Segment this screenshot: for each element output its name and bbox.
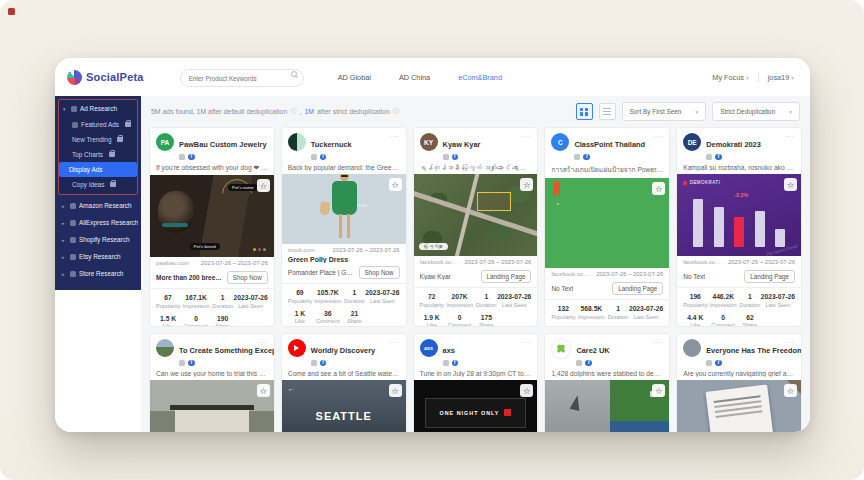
favorite-star-icon[interactable]: ☆ xyxy=(257,384,270,397)
search-input[interactable] xyxy=(180,69,304,87)
ad-card[interactable]: Worldly Discovery f ··· Come and see a b… xyxy=(281,333,407,432)
sidebar-item-new-trending[interactable]: New Trending xyxy=(59,132,137,147)
more-menu-icon[interactable]: ··· xyxy=(521,133,531,140)
ad-card[interactable]: PA PawBau Custom Jewelry f ··· If you're… xyxy=(149,127,275,327)
ad-card[interactable]: axs axs f ··· Tune in on July 28 at 9:30… xyxy=(413,333,539,432)
ad-card[interactable]: DE Demokrati 2023 f ··· Kampali su rozbr… xyxy=(676,127,802,327)
ad-card[interactable]: C ClassPoint Thailand f ··· การสร้างเกมเ… xyxy=(544,127,670,327)
ad-image[interactable]: ☆ สร้างสไลด์ตั้งเวลา PowerPoint! P ✓ xyxy=(545,178,669,268)
nav-ad-china[interactable]: AD China xyxy=(399,73,430,82)
more-menu-icon[interactable]: ··· xyxy=(653,133,663,140)
youtube-avatar-icon[interactable] xyxy=(288,339,306,357)
nav-ad-global[interactable]: AD Global xyxy=(338,73,371,82)
favorite-star-icon[interactable]: ☆ xyxy=(652,182,665,195)
advertiser-info: Tuckernuck f xyxy=(311,133,385,160)
advertiser-name[interactable]: Worldly Discovery xyxy=(311,346,375,355)
more-menu-icon[interactable]: ··· xyxy=(258,339,268,346)
advertiser-name[interactable]: Care2 UK xyxy=(576,346,609,355)
advertiser-avatar[interactable]: DE xyxy=(683,133,701,151)
sidebar-item-etsy-research[interactable]: ▸ Etsy Research xyxy=(58,248,138,265)
landing-page-button[interactable]: Landing Page xyxy=(744,270,795,283)
advertiser-avatar[interactable]: PA xyxy=(156,133,174,151)
more-menu-icon[interactable]: ··· xyxy=(785,133,795,140)
advertiser-domain[interactable]: facebook.com/... xyxy=(420,259,461,265)
advertiser-info: Worldly Discovery f xyxy=(311,339,385,366)
more-menu-icon[interactable]: ··· xyxy=(521,339,531,346)
favorite-star-icon[interactable]: ☆ xyxy=(389,178,402,191)
ad-card[interactable]: To Create Something Exceptio... f ··· Ca… xyxy=(149,333,275,432)
favorite-star-icon[interactable]: ☆ xyxy=(389,384,402,397)
advertiser-avatar[interactable] xyxy=(683,339,701,357)
sidebar-item-featured-ads[interactable]: Featured Ads xyxy=(59,117,137,132)
favorite-star-icon[interactable]: ☆ xyxy=(652,384,665,397)
ad-image[interactable]: ☆ ← SEATTLE WASHINGTON xyxy=(282,380,406,432)
more-menu-icon[interactable]: ··· xyxy=(653,339,663,346)
ad-card[interactable]: KY Kyaw Kyar f ··· ရန်ကုန်အနီး မြေကွက် အ… xyxy=(413,127,539,327)
more-menu-icon[interactable]: ··· xyxy=(785,339,795,346)
sidebar-item-copy-ideas[interactable]: Copy Ideas xyxy=(59,177,137,192)
sidebar-item-ad-research[interactable]: ▾ Ad Research xyxy=(59,100,137,117)
advertiser-domain[interactable]: facebook.com/... xyxy=(551,271,592,277)
advertiser-avatar[interactable] xyxy=(156,339,174,357)
shop-now-button[interactable]: Shop Now xyxy=(359,266,400,279)
sort-by-select[interactable]: Sort By First Seen▾ xyxy=(622,102,707,121)
ad-image[interactable]: ☆ xyxy=(150,380,274,432)
grid-view-toggle[interactable] xyxy=(576,103,593,120)
advertiser-avatar[interactable]: axs xyxy=(420,339,438,357)
advertiser-name[interactable]: axs xyxy=(443,346,455,355)
ad-image[interactable]: ☆ ONE NIGHT ONLY xyxy=(414,380,538,432)
info-icon[interactable]: ⓘ xyxy=(290,107,297,116)
more-menu-icon[interactable]: ··· xyxy=(390,339,400,346)
favorite-star-icon[interactable]: ☆ xyxy=(784,384,797,397)
advertiser-domain[interactable]: facebook.com/... xyxy=(683,259,724,265)
ad-card[interactable]: Everyone Has The Freedom To... f ··· Are… xyxy=(676,333,802,432)
favorite-star-icon[interactable]: ☆ xyxy=(257,179,270,192)
advertiser-name[interactable]: Demokrati 2023 xyxy=(706,140,761,149)
favorite-star-icon[interactable]: ☆ xyxy=(520,384,533,397)
landing-page-button[interactable]: Landing Page xyxy=(612,282,663,295)
info-icon[interactable]: ⓘ xyxy=(393,107,400,116)
ad-card[interactable]: Care2 UK f ··· 1,428 dolphins were stabb… xyxy=(544,333,670,432)
ad-image[interactable]: ☆ xyxy=(545,380,669,432)
more-menu-icon[interactable]: ··· xyxy=(390,133,400,140)
sidebar-item-amazon-research[interactable]: ▸ Amazon Research xyxy=(58,197,138,214)
advertiser-name[interactable]: PawBau Custom Jewelry xyxy=(179,140,267,149)
ad-image[interactable]: ☆ Green Polly Dress xyxy=(282,174,406,244)
brand-logo[interactable]: SocialPeta xyxy=(67,70,144,85)
my-focus-menu[interactable]: My Focus▾ xyxy=(712,73,748,82)
sidebar-item-shopify-research[interactable]: ▸ Shopify Research xyxy=(58,231,138,248)
shop-now-button[interactable]: Shop Now xyxy=(227,271,268,284)
advertiser-domain[interactable]: pawbau.com xyxy=(156,260,189,266)
advertiser-name[interactable]: Everyone Has The Freedom To... xyxy=(706,346,802,355)
deduplication-select[interactable]: Strict Deduplication▾ xyxy=(712,102,800,121)
more-menu-icon[interactable]: ··· xyxy=(258,133,268,140)
facebook-icon: f xyxy=(188,154,195,161)
advertiser-avatar[interactable] xyxy=(551,339,571,359)
advertiser-avatar[interactable] xyxy=(288,133,306,151)
advertiser-name[interactable]: To Create Something Exceptio... xyxy=(179,346,275,355)
sidebar-item-display-ads[interactable]: Display Ads xyxy=(59,162,137,177)
ad-image[interactable]: ☆ DEMOKRATI -2.2% FB News Feed xyxy=(677,174,801,256)
advertiser-name[interactable]: ClassPoint Thailand xyxy=(574,140,645,149)
ad-image[interactable]: ☆ မြေကွက်များ xyxy=(414,174,538,256)
sidebar-item-top-charts[interactable]: Top Charts xyxy=(59,147,137,162)
advertiser-domain[interactable]: tnuck.com xyxy=(288,247,315,253)
search-icon[interactable] xyxy=(291,71,298,78)
ad-card[interactable]: Tuckernuck f ··· Back by popular demand:… xyxy=(281,127,407,327)
sidebar-item-store-research[interactable]: ▸ Store Research xyxy=(58,265,138,282)
ad-image[interactable]: ☆ Pet's name Pet's breed xyxy=(150,175,274,257)
sidebar-label: Ad Research xyxy=(80,105,117,112)
favorite-star-icon[interactable]: ☆ xyxy=(784,178,797,191)
advertiser-name[interactable]: Tuckernuck xyxy=(311,140,352,149)
advertiser-avatar[interactable]: C xyxy=(551,133,569,151)
landing-page-button[interactable]: Landing Page xyxy=(481,270,532,283)
stat-duration: 1Duration xyxy=(607,305,629,320)
advertiser-avatar[interactable]: KY xyxy=(420,133,438,151)
nav-ecom-brand[interactable]: eCom&Brand xyxy=(458,73,502,82)
sidebar-item-aliexpress-research[interactable]: ▸ AliExpress Research xyxy=(58,214,138,231)
favorite-star-icon[interactable]: ☆ xyxy=(520,178,533,191)
advertiser-name[interactable]: Kyaw Kyar xyxy=(443,140,481,149)
account-menu[interactable]: josa19▾ xyxy=(768,73,794,82)
ad-image[interactable]: ☆ xyxy=(677,380,801,432)
list-view-toggle[interactable] xyxy=(599,103,616,120)
